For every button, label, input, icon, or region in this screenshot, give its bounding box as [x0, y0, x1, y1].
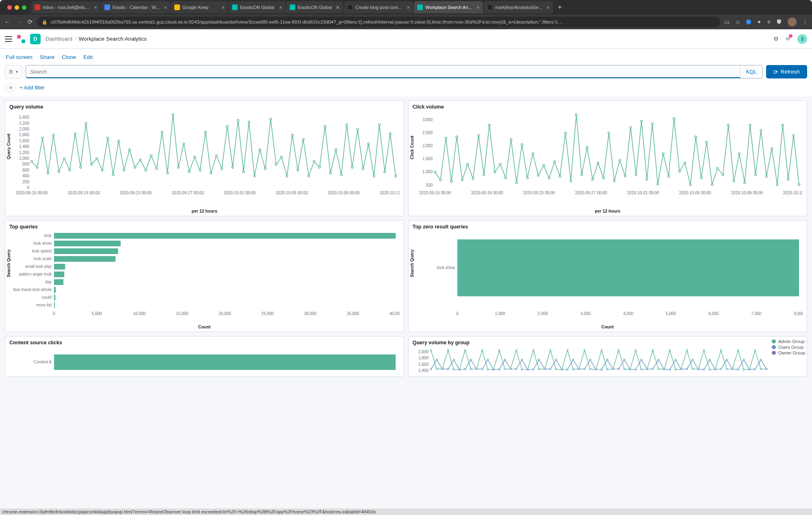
svg-text:2020-10-01 00:00: 2020-10-01 00:00: [224, 191, 256, 195]
svg-point-42: [145, 169, 147, 171]
close-icon[interactable]: ×: [407, 4, 410, 11]
newsfeed-icon[interactable]: ✪: [774, 36, 778, 42]
svg-point-224: [470, 368, 472, 370]
svg-point-170: [798, 184, 800, 186]
space-selector[interactable]: D: [30, 34, 41, 44]
close-icon[interactable]: ✕: [336, 4, 340, 11]
close-icon[interactable]: ×: [94, 4, 97, 11]
svg-text:2020-09-27 00:00: 2020-09-27 00:00: [172, 191, 204, 195]
add-filter-button[interactable]: + Add filter: [19, 85, 45, 91]
svg-point-283: [464, 369, 466, 370]
close-icon[interactable]: ×: [476, 4, 480, 11]
svg-point-167: [782, 124, 784, 126]
url-input[interactable]: 🔒 c078d4d848dc42b19f4f318a002ba703.us-ce…: [37, 17, 720, 27]
mail-icon[interactable]: ✉: [786, 36, 790, 42]
panel-qv-group: Query volume by group Admin Group Users …: [408, 336, 808, 377]
svg-text:2020-09-23 00:00: 2020-09-23 00:00: [120, 191, 152, 195]
svg-point-107: [456, 136, 458, 138]
browser-tab[interactable]: ElasticON Global✕: [286, 1, 343, 13]
full-screen-link[interactable]: Full screen: [6, 54, 32, 60]
browser-tab[interactable]: Google Keep×: [171, 1, 228, 13]
svg-point-159: [738, 153, 740, 155]
notification-badge[interactable]: 3: [797, 34, 807, 44]
browser-tab[interactable]: Elastic - Calendar - Week of G×: [101, 1, 170, 13]
svg-point-112: [483, 174, 485, 176]
svg-point-22: [36, 166, 38, 168]
back-icon[interactable]: ←: [4, 18, 10, 26]
close-icon[interactable]: ×: [221, 4, 225, 11]
reader-icon[interactable]: ▭: [724, 19, 730, 25]
browser-tab[interactable]: Inbox - ross.bell@elastic.co -×: [31, 1, 100, 13]
app-header: D Dashboard / Workplace Search Analytics…: [0, 29, 812, 49]
menu-icon[interactable]: ⋮: [802, 19, 808, 25]
kql-toggle-button[interactable]: KQL: [740, 65, 762, 78]
svg-point-277: [430, 369, 432, 370]
svg-text:more list: more list: [36, 303, 52, 307]
refresh-button[interactable]: ⟳Refresh: [766, 65, 807, 78]
browser-tab[interactable]: Create blog post content to ill×: [344, 1, 413, 13]
list-icon[interactable]: ≡: [767, 19, 771, 25]
url-text: c078d4d848dc42b19f4f318a002ba703.us-cent…: [51, 20, 562, 24]
clone-link[interactable]: Clone: [62, 54, 76, 60]
svg-point-325: [703, 369, 705, 370]
close-icon[interactable]: ×: [546, 4, 550, 11]
svg-point-310: [618, 368, 619, 370]
reload-icon[interactable]: ⟳: [28, 18, 33, 26]
bar-chart: look show01,0002,0003,0004,0005,0006,000…: [413, 231, 803, 317]
filter-options-icon[interactable]: ⊖: [6, 83, 15, 92]
extensions-icon[interactable]: ✦: [757, 19, 762, 25]
svg-text:look show: look show: [437, 265, 455, 270]
browser-tab[interactable]: ElasticON Global×: [229, 1, 286, 13]
close-icon[interactable]: ×: [164, 4, 167, 11]
svg-point-41: [139, 159, 141, 161]
new-tab-button[interactable]: +: [554, 3, 566, 12]
svg-point-122: [537, 174, 539, 176]
maximize-window-icon[interactable]: [22, 5, 26, 10]
svg-point-21: [31, 161, 33, 163]
close-icon[interactable]: ×: [279, 4, 282, 11]
close-window-icon[interactable]: [7, 5, 12, 10]
svg-point-105: [445, 137, 447, 139]
bookmark-icon[interactable]: ☆: [735, 19, 741, 25]
svg-point-32: [91, 163, 93, 165]
elastic-logo-icon[interactable]: [17, 35, 25, 43]
svg-point-260: [675, 369, 676, 370]
svg-text:400: 400: [22, 174, 29, 178]
svg-point-48: [178, 166, 180, 168]
saved-query-button[interactable]: 🖹 ▼: [5, 65, 22, 78]
svg-text:1,600: 1,600: [418, 362, 428, 367]
svg-text:2,000: 2,000: [19, 127, 29, 131]
svg-point-148: [678, 170, 680, 172]
svg-point-80: [351, 166, 353, 168]
svg-point-133: [597, 162, 599, 164]
browser-tab[interactable]: markjhoy/AnalyticsGenerator×: [484, 1, 553, 13]
svg-point-129: [575, 114, 577, 116]
svg-point-165: [771, 148, 773, 150]
nav-toggle-icon[interactable]: [5, 36, 12, 42]
minimize-window-icon[interactable]: [15, 5, 19, 10]
share-link[interactable]: Share: [40, 54, 54, 60]
search-input[interactable]: [26, 65, 740, 78]
breadcrumb-root[interactable]: Dashboard: [45, 36, 72, 42]
svg-text:2020-09-23 00:00: 2020-09-23 00:00: [523, 191, 555, 195]
svg-point-73: [313, 161, 315, 163]
svg-text:2,000: 2,000: [537, 311, 548, 316]
svg-point-322: [686, 368, 688, 370]
shield-icon[interactable]: ⛊: [776, 19, 782, 25]
svg-point-166: [776, 184, 778, 186]
svg-point-33: [96, 158, 98, 160]
svg-point-23: [41, 137, 43, 139]
window-controls[interactable]: [3, 5, 30, 10]
svg-point-30: [80, 166, 82, 168]
svg-text:2020-09-27 00:00: 2020-09-27 00:00: [575, 191, 607, 195]
svg-point-164: [765, 175, 767, 177]
browser-tab-active[interactable]: Workplace Search Analytics -×: [414, 1, 483, 13]
svg-point-43: [150, 154, 152, 156]
svg-point-87: [389, 133, 391, 135]
svg-point-318: [663, 369, 665, 370]
edit-link[interactable]: Edit: [83, 54, 93, 60]
svg-point-141: [640, 120, 642, 122]
profile-avatar-icon[interactable]: [788, 17, 797, 26]
extension-icon[interactable]: [746, 20, 751, 24]
svg-point-60: [243, 171, 245, 173]
